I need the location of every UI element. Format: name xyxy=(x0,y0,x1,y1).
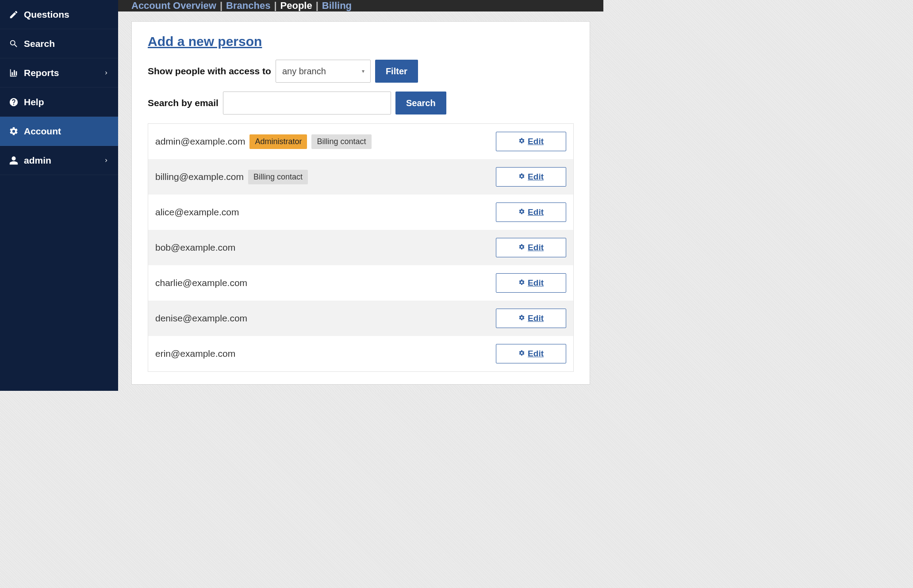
email-search-row: Search by email Search xyxy=(148,92,574,115)
edit-label: Edit xyxy=(528,278,544,288)
edit-label: Edit xyxy=(528,243,544,252)
edit-button[interactable]: Edit xyxy=(496,167,566,187)
edit-label: Edit xyxy=(528,207,544,217)
person-email: bob@example.com xyxy=(155,242,235,253)
edit-button[interactable]: Edit xyxy=(496,344,566,363)
search-button[interactable]: Search xyxy=(395,92,446,115)
edit-label: Edit xyxy=(528,349,544,359)
edit-button[interactable]: Edit xyxy=(496,132,566,151)
sidebar-item-label: Account xyxy=(24,126,61,137)
main-area: Account Overview|Branches|People|Billing… xyxy=(118,0,603,391)
person-row: admin@example.comAdministratorBilling co… xyxy=(148,124,573,159)
breadcrumb-sep: | xyxy=(274,0,276,11)
tab-branches[interactable]: Branches xyxy=(226,0,270,11)
gear-icon xyxy=(518,137,525,146)
badge-billing: Billing contact xyxy=(248,170,308,184)
search-label: Search by email xyxy=(148,98,219,108)
sidebar-item-reports[interactable]: Reports xyxy=(0,58,118,88)
chevron-right-icon xyxy=(103,68,109,78)
badge-billing: Billing contact xyxy=(311,134,371,149)
badge-admin: Administrator xyxy=(249,134,307,149)
person-email: erin@example.com xyxy=(155,348,235,359)
sidebar: QuestionsSearchReportsHelpAccountadmin xyxy=(0,0,118,391)
user-icon xyxy=(9,156,19,165)
filter-label: Show people with access to xyxy=(148,66,271,76)
breadcrumb-sep: | xyxy=(316,0,318,11)
edit-label: Edit xyxy=(528,172,544,182)
edit-icon xyxy=(9,10,19,19)
person-email: alice@example.com xyxy=(155,207,239,218)
topbar: Account Overview|Branches|People|Billing xyxy=(118,0,603,11)
tab-billing[interactable]: Billing xyxy=(322,0,352,11)
sidebar-item-help[interactable]: Help xyxy=(0,88,118,117)
edit-button[interactable]: Edit xyxy=(496,309,566,328)
person-row: bob@example.com Edit xyxy=(148,230,573,265)
edit-button[interactable]: Edit xyxy=(496,273,566,293)
sidebar-item-search[interactable]: Search xyxy=(0,29,118,58)
people-list: admin@example.comAdministratorBilling co… xyxy=(148,123,574,372)
breadcrumb-sep: | xyxy=(220,0,222,11)
filter-button[interactable]: Filter xyxy=(375,60,418,83)
person-row: erin@example.com Edit xyxy=(148,336,573,371)
people-card: Add a new person Show people with access… xyxy=(131,21,590,385)
gear-icon xyxy=(518,207,525,217)
person-row: denise@example.com Edit xyxy=(148,301,573,336)
edit-label: Edit xyxy=(528,137,544,146)
search-input[interactable] xyxy=(223,92,391,115)
sidebar-item-label: Reports xyxy=(24,68,59,78)
chart-icon xyxy=(9,68,19,78)
gear-icon xyxy=(518,349,525,359)
content-wrap: Add a new person Show people with access… xyxy=(118,11,603,391)
edit-label: Edit xyxy=(528,313,544,323)
sidebar-item-label: Search xyxy=(24,38,55,49)
add-person-link[interactable]: Add a new person xyxy=(148,34,262,49)
person-row: billing@example.comBilling contact Edit xyxy=(148,159,573,195)
sidebar-item-account[interactable]: Account xyxy=(0,117,118,146)
chevron-right-icon xyxy=(103,155,109,166)
person-row: charlie@example.com Edit xyxy=(148,265,573,301)
person-row: alice@example.com Edit xyxy=(148,195,573,230)
person-email: admin@example.com xyxy=(155,136,245,147)
help-icon xyxy=(9,97,19,107)
tab-people[interactable]: People xyxy=(280,0,312,11)
search-icon xyxy=(9,39,19,49)
person-email: billing@example.com xyxy=(155,172,244,182)
gear-icon xyxy=(518,243,525,252)
gear-icon xyxy=(518,278,525,288)
tab-account-overview[interactable]: Account Overview xyxy=(131,0,216,11)
sidebar-item-label: Help xyxy=(24,97,44,107)
branch-select-wrap: any branch xyxy=(276,60,371,83)
sidebar-item-label: admin xyxy=(24,155,51,166)
branch-select[interactable]: any branch xyxy=(276,60,371,83)
gear-icon xyxy=(9,126,19,136)
sidebar-item-label: Questions xyxy=(24,9,69,20)
branch-filter-row: Show people with access to any branch Fi… xyxy=(148,60,574,83)
person-email: charlie@example.com xyxy=(155,278,247,288)
gear-icon xyxy=(518,313,525,323)
sidebar-item-questions[interactable]: Questions xyxy=(0,0,118,29)
sidebar-item-admin[interactable]: admin xyxy=(0,146,118,175)
edit-button[interactable]: Edit xyxy=(496,202,566,222)
edit-button[interactable]: Edit xyxy=(496,238,566,257)
gear-icon xyxy=(518,172,525,182)
person-email: denise@example.com xyxy=(155,313,247,324)
